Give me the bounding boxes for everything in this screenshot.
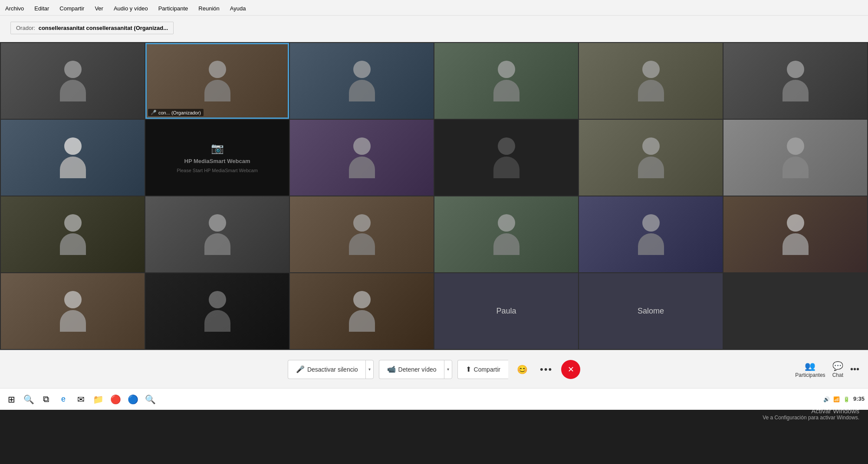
taskbar-search-app-icon[interactable]: 🔍 — [142, 392, 158, 407]
video-cell-16 — [434, 196, 578, 272]
clock-time: 9:35 — [853, 395, 865, 403]
end-call-button[interactable]: ✕ — [561, 360, 580, 379]
menu-archivo[interactable]: Archivo — [3, 4, 26, 13]
share-icon: ⬆ — [466, 365, 471, 373]
video-cell-1 — [1, 43, 145, 119]
mute-button[interactable]: 🎤 Desactivar silencio — [288, 360, 366, 379]
participants-icon: 👥 — [805, 361, 815, 371]
speaker-label: Orador: — [16, 25, 35, 31]
mute-caret[interactable]: ▾ — [365, 360, 374, 379]
participants-button[interactable]: 👥 Participantes — [795, 361, 825, 378]
emoji-button[interactable]: 😊 — [513, 360, 531, 379]
menu-ver[interactable]: Ver — [93, 4, 105, 13]
share-button-group: ⬆ Compartir — [457, 360, 508, 379]
video-content-10 — [434, 120, 578, 196]
system-tray: 🔊 📶 🔋 — [823, 396, 850, 402]
video-cell-14 — [145, 196, 289, 272]
taskbar-app5-icon[interactable]: 🔴 — [108, 392, 123, 407]
video-content-18 — [723, 196, 867, 272]
video-cell-10 — [434, 120, 578, 196]
video-cell-7 — [1, 120, 145, 196]
more-right-icon: ••• — [850, 364, 859, 374]
taskbar-edge-icon[interactable]: e — [56, 392, 71, 407]
video-content-13 — [1, 196, 145, 272]
webcam-label: HP MediaSmart Webcam — [184, 158, 250, 164]
video-cell-15 — [290, 196, 434, 272]
mute-label: Desactivar silencio — [307, 366, 358, 373]
video-grid: 🎤 con... (Organizador) 📷 HP MediaSmart W — [0, 42, 868, 350]
video-cell-11 — [579, 120, 723, 196]
video-content-17 — [579, 196, 723, 272]
video-cell-paula: Paula — [434, 273, 578, 349]
video-content-16 — [434, 196, 578, 272]
video-cell-19 — [1, 273, 145, 349]
chat-button[interactable]: 💬 Chat — [832, 361, 843, 378]
taskbar-app6-icon[interactable]: 🔵 — [125, 392, 141, 407]
taskbar-mail-icon[interactable]: ✉ — [73, 392, 89, 407]
top-area: Archivo Editar Compartir Ver Audio y víd… — [0, 0, 868, 42]
windows-activation-line2: Ve a Configuración para activar Windows. — [763, 415, 859, 421]
video-cell-18 — [723, 196, 867, 272]
video-cell-4 — [434, 43, 578, 119]
webcam-sublabel: Please Start HP MediaSmart Webcam — [177, 168, 258, 173]
video-content-6 — [723, 43, 867, 119]
menu-editar[interactable]: Editar — [33, 4, 51, 13]
video-content-2: 🎤 con... (Organizador) — [145, 43, 289, 119]
participant-paula-name: Paula — [496, 307, 516, 316]
taskbar-search-icon[interactable]: 🔍 — [21, 392, 36, 407]
video-content-1 — [1, 43, 145, 119]
tray-icon-3: 🔋 — [843, 396, 850, 402]
video-cell-5 — [579, 43, 723, 119]
video-cell-6 — [723, 43, 867, 119]
toolbar-right: 👥 Participantes 💬 Chat ••• — [795, 361, 859, 378]
webcam-icon: 📷 — [211, 142, 224, 154]
video-content-7 — [1, 120, 145, 196]
video-content-11 — [579, 120, 723, 196]
more-options-button[interactable]: ••• — [536, 360, 556, 379]
video-cell-salome: Salome — [579, 273, 723, 349]
video-content-12 — [723, 120, 867, 196]
video-content-15 — [290, 196, 434, 272]
video-content-4 — [434, 43, 578, 119]
video-content-14 — [145, 196, 289, 272]
video-cell-12 — [723, 120, 867, 196]
video-content-21 — [290, 273, 434, 349]
video-cell-21 — [290, 273, 434, 349]
toolbar: 🎤 Desactivar silencio ▾ 📹 Detener vídeo … — [0, 350, 868, 388]
video-cell-3 — [290, 43, 434, 119]
participant-salome-name: Salome — [638, 307, 664, 316]
video-content-19 — [1, 273, 145, 349]
video-caret[interactable]: ▾ — [444, 360, 452, 379]
video-cell-17 — [579, 196, 723, 272]
taskbar: ⊞ 🔍 ⧉ e ✉ 📁 🔴 🔵 🔍 🔊 📶 🔋 9:35 — [0, 388, 868, 410]
taskbar-task-view[interactable]: ⧉ — [38, 392, 54, 407]
tray-icon-2: 📶 — [833, 396, 840, 402]
microphone-icon: 🎤 — [296, 365, 305, 373]
video-label: Detener vídeo — [398, 366, 437, 373]
chat-label: Chat — [832, 372, 843, 378]
menu-reunion[interactable]: Reunión — [197, 4, 221, 13]
chat-icon: 💬 — [832, 361, 843, 371]
organizer-badge: 🎤 con... (Organizador) — [148, 109, 204, 116]
video-cell-empty — [723, 273, 867, 349]
menu-compartir[interactable]: Compartir — [58, 4, 86, 13]
taskbar-time: 9:35 — [853, 395, 865, 403]
video-icon: 📹 — [387, 365, 396, 373]
menu-audio-video[interactable]: Audio y vídeo — [112, 4, 150, 13]
speaker-banner: Orador: consellerasanitat consellerasani… — [10, 22, 174, 34]
menu-bar: Archivo Editar Compartir Ver Audio y víd… — [0, 2, 868, 16]
video-cell-8-webcam: 📷 HP MediaSmart Webcam Please Start HP M… — [145, 120, 289, 196]
share-button[interactable]: ⬆ Compartir — [457, 360, 508, 379]
participants-label: Participantes — [795, 372, 825, 378]
menu-participante[interactable]: Participante — [157, 4, 190, 13]
video-button-group: 📹 Detener vídeo ▾ — [379, 360, 452, 379]
taskbar-files-icon[interactable]: 📁 — [90, 392, 106, 407]
menu-ayuda[interactable]: Ayuda — [228, 4, 248, 13]
share-label: Compartir — [474, 366, 500, 373]
more-right-button[interactable]: ••• — [850, 364, 859, 374]
taskbar-right: 🔊 📶 🔋 9:35 — [823, 395, 865, 403]
video-content-5 — [579, 43, 723, 119]
taskbar-start-button[interactable]: ⊞ — [3, 392, 19, 407]
video-cell-13 — [1, 196, 145, 272]
video-button[interactable]: 📹 Detener vídeo — [379, 360, 444, 379]
